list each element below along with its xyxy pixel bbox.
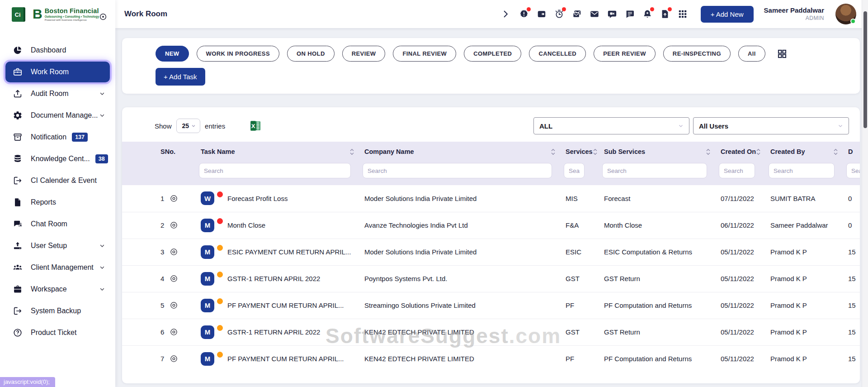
status-pill-all[interactable]: All	[738, 46, 765, 62]
file-upload-icon[interactable]	[659, 8, 671, 20]
status-pill-peer-review[interactable]: PEER REVIEW	[594, 46, 656, 62]
search-company-input[interactable]	[363, 163, 552, 178]
sidebar-item-system-backup[interactable]: System Backup	[0, 301, 110, 321]
content-area: NEWWORK IN PROGRESSON HOLDREVIEWFINAL RE…	[115, 28, 868, 387]
status-pill-cancelled[interactable]: CANCELLED	[529, 46, 586, 62]
users-filter-dropdown[interactable]: All Users	[693, 117, 849, 134]
sidebar-item-notification[interactable]: Notification137	[0, 127, 110, 148]
sidebar-item-label: Product Ticket	[31, 329, 76, 337]
apps-grid-icon[interactable]	[677, 8, 689, 20]
eye-icon[interactable]	[170, 328, 178, 336]
chevron-down-icon	[191, 124, 196, 128]
avatar[interactable]	[835, 4, 856, 24]
sidebar-item-audit-room[interactable]: Audit Room	[0, 83, 110, 104]
sort-icon	[706, 148, 712, 155]
company-name: KEN42 EDTECH PRIVATE LIMITED	[358, 345, 559, 372]
search-services-input[interactable]	[564, 163, 585, 178]
status-pill-completed[interactable]: COMPLETED	[464, 46, 521, 62]
chat-lines-icon[interactable]	[624, 8, 636, 20]
ci-logo: Ci	[12, 7, 25, 22]
inbox-stack-icon[interactable]	[571, 8, 583, 20]
grid-view-icon[interactable]	[777, 48, 788, 59]
sidebar-item-label: Document Manage...	[31, 111, 98, 119]
status-pill-final-review[interactable]: FINAL REVIEW	[393, 46, 456, 62]
count-badge: 137	[72, 133, 88, 142]
task-type-badge[interactable]: M	[201, 299, 214, 312]
sidebar-item-chat-room[interactable]: Chat Room	[0, 214, 110, 234]
user-block: Sameer Paddalwar ADMIN	[764, 6, 824, 22]
page-size-select[interactable]: 25	[176, 119, 201, 133]
search-sub-input[interactable]	[602, 163, 707, 178]
sidebar-pin-icon[interactable]	[99, 13, 107, 21]
services-filter-dropdown[interactable]: ALL	[533, 117, 689, 134]
task-type-badge[interactable]: M	[201, 245, 214, 259]
sidebar-item-user-setup[interactable]: User Setup	[0, 235, 110, 256]
sidebar-item-label: Chat Room	[31, 220, 67, 228]
task-name: Forecast Profit Loss	[227, 195, 288, 202]
sub-service: PF Computation and Returns	[598, 292, 714, 319]
task-type-badge[interactable]: M	[201, 219, 214, 232]
row-number: 2	[160, 221, 164, 229]
question-circle-icon	[13, 328, 23, 338]
archive-icon	[13, 132, 23, 142]
column-header-company-name[interactable]: Company Name	[364, 148, 557, 155]
column-header-sub-services[interactable]: Sub Services	[604, 148, 712, 155]
sidebar-item-ci-calender-event[interactable]: CI Calender & Event	[0, 170, 110, 191]
add-new-button[interactable]: + Add New	[701, 6, 754, 23]
due-date: 15	[842, 319, 860, 345]
video-chat-icon[interactable]	[606, 8, 618, 20]
sidebar-item-client-management[interactable]: Client Management	[0, 257, 110, 278]
sidebar-item-product-ticket[interactable]: Product Ticket	[0, 322, 110, 343]
collapse-chevron-icon[interactable]	[501, 10, 510, 19]
search-created_by-input[interactable]	[769, 163, 835, 178]
bell-add-icon[interactable]	[642, 8, 653, 20]
status-link-hint: javascript:void(0);	[0, 377, 55, 387]
eye-icon[interactable]	[170, 194, 178, 203]
eye-icon[interactable]	[170, 354, 178, 363]
sub-service: PF Computation and Returns	[598, 345, 714, 372]
sidebar-item-workspace[interactable]: Workspace	[0, 279, 110, 300]
company-name: Moder Solutions India Private Limited	[358, 239, 559, 265]
sidebar-item-label: Workspace	[31, 285, 67, 293]
status-pill-work-in-progress[interactable]: WORK IN PROGRESS	[197, 46, 279, 62]
vertical-scrollbar[interactable]	[862, 0, 868, 387]
alert-badge-icon[interactable]	[518, 8, 530, 20]
excel-export-icon[interactable]: X	[250, 120, 261, 132]
sub-service: Forecast	[598, 185, 714, 212]
column-header-created-by[interactable]: Created By	[770, 148, 839, 155]
sidebar-item-document-manage[interactable]: Document Manage...	[0, 105, 110, 126]
timer-icon[interactable]	[553, 8, 565, 20]
task-type-badge[interactable]: M	[201, 325, 214, 339]
sidebar-item-work-room[interactable]: Work Room	[5, 62, 110, 82]
sidebar-item-reports[interactable]: Reports	[0, 192, 110, 213]
status-pill-on-hold[interactable]: ON HOLD	[287, 46, 335, 62]
status-pill-new[interactable]: NEW	[156, 46, 189, 62]
sidebar-item-dashboard[interactable]: Dashboard	[0, 40, 110, 61]
search-due-input[interactable]	[846, 163, 860, 178]
status-pill-review[interactable]: REVIEW	[342, 46, 386, 62]
sidebar-item-knowledge-cent[interactable]: Knowledge Cent...38	[0, 148, 110, 169]
briefcase-filled-icon	[13, 284, 23, 294]
task-type-badge[interactable]: M	[201, 272, 214, 286]
eye-icon[interactable]	[170, 301, 178, 310]
created-by: SUMIT BATRA	[764, 185, 842, 212]
status-pill-re-inspecting[interactable]: RE-INSPECTING	[663, 46, 731, 62]
eye-icon[interactable]	[170, 248, 178, 256]
mail-icon[interactable]	[589, 8, 600, 20]
column-header-services[interactable]: Services	[566, 148, 595, 155]
wallet-icon[interactable]	[536, 8, 547, 20]
task-name: Month Close	[227, 221, 265, 229]
search-created_on-input[interactable]	[719, 163, 755, 178]
eye-icon[interactable]	[170, 221, 178, 229]
task-type-badge[interactable]: W	[201, 191, 214, 205]
column-header-created-on[interactable]: Created On	[721, 148, 761, 155]
column-header-task-name[interactable]: Task Name	[201, 148, 355, 155]
top-header: Work Room + Add New Sameer Paddalwar ADM…	[115, 0, 868, 28]
eye-icon[interactable]	[170, 274, 178, 283]
scrollbar-thumb[interactable]	[863, 11, 867, 128]
search-task-input[interactable]	[199, 163, 351, 178]
upload-tray-icon	[13, 89, 23, 99]
brand-name: Boston Financial	[45, 7, 99, 14]
add-task-button[interactable]: + Add Task	[156, 68, 205, 86]
task-type-badge[interactable]: M	[201, 352, 214, 366]
